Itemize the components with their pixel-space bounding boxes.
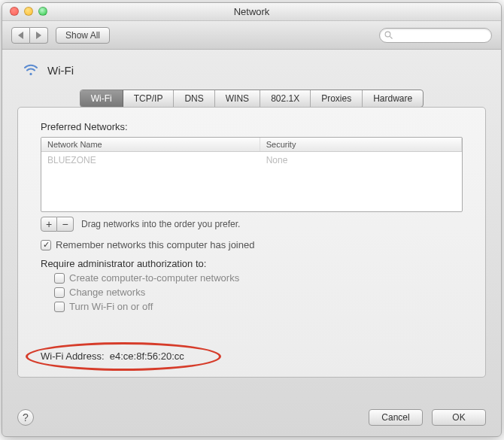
wifi-panel: Preferred Networks: Network Name Securit… [17,107,486,378]
minimize-icon[interactable] [24,7,33,16]
wifi-address-label: Wi-Fi Address: [41,350,105,362]
wifi-address-row: Wi-Fi Address: e4:ce:8f:56:20:cc [41,350,184,362]
preferred-networks-label: Preferred Networks: [41,121,463,132]
list-item[interactable]: BLUEZONE None [41,152,462,168]
wifi-icon [22,60,40,80]
traffic-lights [10,7,47,16]
require-auth-label: Require administrator authorization to: [41,258,463,269]
chevron-right-icon [36,32,41,39]
zoom-icon[interactable] [38,7,47,16]
drag-hint: Drag networks into the order you prefer. [81,217,240,232]
chevron-left-icon [18,32,23,39]
list-header: Network Name Security [41,138,462,152]
tab-proxies[interactable]: Proxies [311,90,363,107]
toolbar: Show All [2,21,501,50]
tab-wifi[interactable]: Wi-Fi [80,90,123,107]
col-network-name: Network Name [41,138,260,151]
interface-header: Wi-Fi [22,60,486,80]
checkbox-icon [54,287,65,298]
add-remove-segment: + − [41,217,74,232]
checkbox-icon [41,240,51,250]
content: Wi-Fi Wi-Fi TCP/IP DNS WINS 802.1X Proxi… [2,50,501,378]
auth-change-label: Change networks [69,287,145,298]
checkbox-icon [54,273,65,284]
cancel-button[interactable]: Cancel [369,409,423,426]
back-button[interactable] [11,27,30,44]
wifi-address-value: e4:ce:8f:56:20:cc [110,350,184,362]
tab-tcpip[interactable]: TCP/IP [123,90,175,107]
window-title: Network [2,3,501,21]
cell-network-name: BLUEZONE [41,152,260,168]
remove-button[interactable]: − [57,217,74,232]
preferred-networks-list[interactable]: Network Name Security BLUEZONE None [41,137,463,212]
nav-segment [11,27,48,44]
auth-toggle-checkbox[interactable]: Turn Wi-Fi on or off [54,301,463,312]
interface-name: Wi-Fi [47,64,74,77]
tab-hardware[interactable]: Hardware [363,90,423,107]
col-security: Security [260,138,462,151]
tab-wins[interactable]: WINS [215,90,260,107]
close-icon[interactable] [10,7,19,16]
add-button[interactable]: + [41,217,57,232]
auth-c2c-label: Create computer-to-computer networks [69,272,239,284]
remember-label: Remember networks this computer has join… [56,239,254,250]
tab-dns[interactable]: DNS [174,90,214,107]
help-button[interactable]: ? [17,409,34,426]
network-window: Network Show All Wi-Fi Wi-Fi TCP/IP DNS … [2,2,502,437]
auth-toggle-label: Turn Wi-Fi on or off [69,301,153,312]
svg-point-0 [385,32,390,37]
titlebar: Network [2,3,501,21]
auth-c2c-checkbox[interactable]: Create computer-to-computer networks [54,272,463,284]
forward-button[interactable] [30,27,48,44]
cell-security: None [260,152,462,168]
tab-bar: Wi-Fi TCP/IP DNS WINS 802.1X Proxies Har… [80,90,424,108]
search-input[interactable] [379,28,492,43]
auth-change-checkbox[interactable]: Change networks [54,287,463,298]
search-icon [384,31,393,40]
show-all-button[interactable]: Show All [56,27,110,44]
svg-line-1 [390,36,393,38]
checkbox-icon [54,302,65,312]
ok-button[interactable]: OK [432,409,486,426]
footer: ? Cancel OK [2,409,501,426]
remember-checkbox-row[interactable]: Remember networks this computer has join… [41,239,463,250]
tab-8021x[interactable]: 802.1X [260,90,311,107]
